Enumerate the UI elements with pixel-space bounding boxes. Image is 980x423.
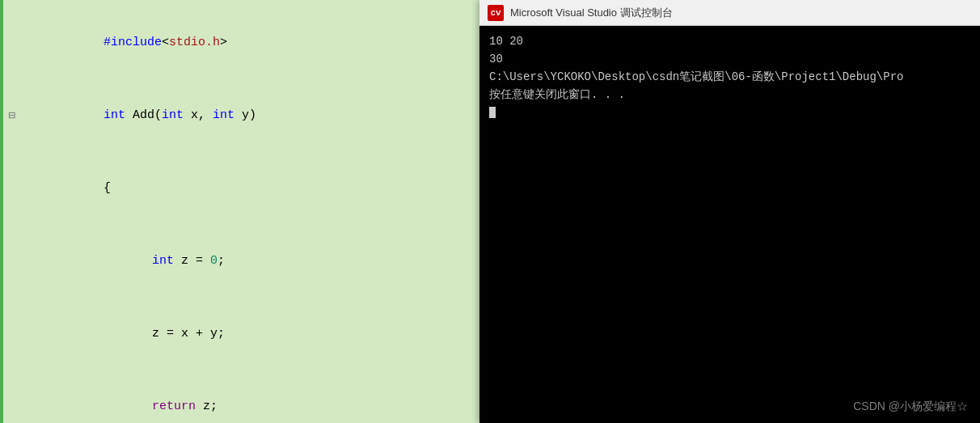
code-line-4: int z = 0; <box>0 225 477 298</box>
code-line-3: { <box>0 152 477 225</box>
console-titlebar: cv Microsoft Visual Studio 调试控制台 <box>479 0 980 26</box>
main-container: #include<stdio.h> ⊟ int Add(int x, int y… <box>0 0 980 423</box>
gutter-2: ⊟ <box>0 104 24 128</box>
watermark: CSDN @小杨爱编程☆ <box>853 397 968 415</box>
console-line-3: C:\Users\YCKOKO\Desktop\csdn笔记截图\06-函数\P… <box>489 68 970 86</box>
console-panel: cv Microsoft Visual Studio 调试控制台 10 20 3… <box>479 0 980 423</box>
code-line-1: #include<stdio.h> <box>0 6 477 79</box>
code-content: #include<stdio.h> ⊟ int Add(int x, int y… <box>0 0 477 423</box>
console-body[interactable]: 10 20 30 C:\Users\YCKOKO\Desktop\csdn笔记截… <box>479 26 980 423</box>
cursor <box>489 107 496 118</box>
console-line-1: 10 20 <box>489 32 970 50</box>
console-icon: cv <box>488 5 504 21</box>
console-line-4: 按任意键关闭此窗口. . . <box>489 86 970 104</box>
code-editor[interactable]: #include<stdio.h> ⊟ int Add(int x, int y… <box>0 0 477 423</box>
code-line-6: return z; <box>0 370 477 423</box>
code-line-5: z = x + y; <box>0 298 477 370</box>
console-line-2: 30 <box>489 50 970 68</box>
code-line-2: ⊟ int Add(int x, int y) <box>0 79 477 152</box>
collapse-2[interactable]: ⊟ <box>9 104 15 128</box>
console-title: Microsoft Visual Studio 调试控制台 <box>510 6 673 20</box>
console-cursor-line <box>489 104 970 121</box>
